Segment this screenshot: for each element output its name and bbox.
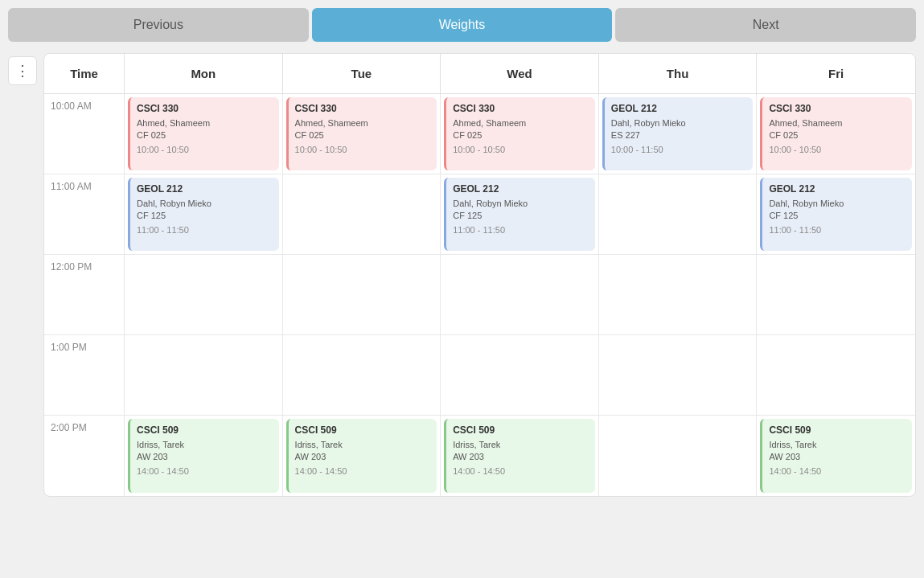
event-card-csci330-tue[interactable]: CSCI 330 Ahmed, Shameem CF 025 10:00 - 1…: [286, 97, 437, 170]
event-room: AW 203: [295, 451, 431, 463]
calendar: Time Mon Tue Wed Thu Fri: [43, 53, 916, 497]
wed-cell-11am[interactable]: GEOL 212 Dahl, Robyn Mieko CF 125 11:00 …: [441, 174, 599, 254]
time-row-2pm: 2:00 PM CSCI 509 Idriss, Tarek AW 203 14…: [44, 416, 915, 496]
event-instructor: Dahl, Robyn Mieko: [611, 117, 747, 129]
event-time: 11:00 - 11:50: [137, 224, 273, 236]
event-room: CF 025: [769, 129, 906, 141]
mon-cell-1pm[interactable]: [125, 335, 283, 415]
time-label-12pm: 12:00 PM: [44, 255, 125, 334]
tue-cell-2pm[interactable]: CSCI 509 Idriss, Tarek AW 203 14:00 - 14…: [283, 416, 441, 496]
time-row-1pm: 1:00 PM: [44, 335, 915, 416]
calendar-header: Time Mon Tue Wed Thu Fri: [44, 54, 915, 94]
event-title: GEOL 212: [453, 182, 589, 196]
event-room: CF 025: [295, 129, 431, 141]
event-time: 11:00 - 11:50: [453, 224, 589, 236]
thu-cell-2pm[interactable]: [599, 416, 758, 496]
mon-cell-2pm[interactable]: CSCI 509 Idriss, Tarek AW 203 14:00 - 14…: [125, 416, 283, 496]
event-title: CSCI 509: [453, 424, 589, 437]
event-title: CSCI 330: [769, 102, 906, 116]
event-room: CF 125: [137, 210, 273, 222]
weights-button[interactable]: Weights: [312, 8, 613, 42]
event-time: 10:00 - 10:50: [769, 144, 906, 156]
event-title: CSCI 509: [295, 424, 431, 437]
wed-cell-12pm[interactable]: [441, 255, 599, 334]
tue-cell-12pm[interactable]: [283, 255, 441, 334]
event-title: GEOL 212: [137, 182, 273, 196]
time-row-11am: 11:00 AM GEOL 212 Dahl, Robyn Mieko CF 1…: [44, 174, 915, 255]
fri-cell-11am[interactable]: GEOL 212 Dahl, Robyn Mieko CF 125 11:00 …: [757, 174, 915, 254]
event-title: CSCI 330: [137, 102, 273, 116]
event-time: 10:00 - 10:50: [295, 144, 431, 156]
thu-cell-11am[interactable]: [599, 174, 758, 254]
event-title: CSCI 330: [453, 102, 589, 116]
event-time: 14:00 - 14:50: [769, 465, 906, 478]
event-title: CSCI 330: [295, 102, 431, 116]
event-card-csci509-wed[interactable]: CSCI 509 Idriss, Tarek AW 203 14:00 - 14…: [444, 419, 595, 493]
thu-cell-10am[interactable]: GEOL 212 Dahl, Robyn Mieko ES 227 10:00 …: [599, 94, 758, 174]
fri-header: Fri: [757, 54, 915, 93]
event-room: CF 025: [453, 129, 589, 141]
event-card-csci509-fri[interactable]: CSCI 509 Idriss, Tarek AW 203 14:00 - 14…: [760, 419, 912, 493]
time-row-12pm: 12:00 PM: [44, 255, 915, 335]
next-button[interactable]: Next: [615, 8, 916, 42]
event-card-csci330-mon[interactable]: CSCI 330 Ahmed, Shameem CF 025 10:00 - 1…: [128, 97, 279, 170]
event-card-geol212-wed[interactable]: GEOL 212 Dahl, Robyn Mieko CF 125 11:00 …: [444, 178, 595, 251]
event-time: 14:00 - 14:50: [295, 465, 431, 478]
event-instructor: Idriss, Tarek: [769, 439, 906, 451]
event-card-geol212-mon[interactable]: GEOL 212 Dahl, Robyn Mieko CF 125 11:00 …: [128, 178, 279, 251]
event-instructor: Dahl, Robyn Mieko: [137, 198, 273, 210]
time-header: Time: [44, 54, 125, 93]
event-card-csci330-wed[interactable]: CSCI 330 Ahmed, Shameem CF 025 10:00 - 1…: [444, 97, 595, 170]
event-room: CF 125: [453, 210, 589, 222]
event-time: 10:00 - 10:50: [453, 144, 589, 156]
event-time: 11:00 - 11:50: [769, 224, 906, 236]
time-label-2pm: 2:00 PM: [44, 416, 125, 496]
time-label-1pm: 1:00 PM: [44, 335, 125, 415]
event-room: AW 203: [453, 451, 589, 463]
mon-cell-11am[interactable]: GEOL 212 Dahl, Robyn Mieko CF 125 11:00 …: [125, 174, 283, 254]
mon-cell-10am[interactable]: CSCI 330 Ahmed, Shameem CF 025 10:00 - 1…: [125, 94, 283, 174]
event-room: CF 125: [769, 210, 906, 222]
event-card-csci330-fri[interactable]: CSCI 330 Ahmed, Shameem CF 025 10:00 - 1…: [760, 97, 912, 170]
event-card-geol212-thu[interactable]: GEOL 212 Dahl, Robyn Mieko ES 227 10:00 …: [602, 97, 754, 170]
fri-cell-12pm[interactable]: [757, 255, 915, 334]
fri-cell-2pm[interactable]: CSCI 509 Idriss, Tarek AW 203 14:00 - 14…: [757, 416, 915, 496]
event-card-csci509-mon[interactable]: CSCI 509 Idriss, Tarek AW 203 14:00 - 14…: [128, 419, 279, 493]
tue-cell-10am[interactable]: CSCI 330 Ahmed, Shameem CF 025 10:00 - 1…: [283, 94, 441, 174]
previous-button[interactable]: Previous: [8, 8, 309, 42]
wed-cell-2pm[interactable]: CSCI 509 Idriss, Tarek AW 203 14:00 - 14…: [441, 416, 599, 496]
wed-cell-10am[interactable]: CSCI 330 Ahmed, Shameem CF 025 10:00 - 1…: [441, 94, 599, 174]
thu-cell-12pm[interactable]: [599, 255, 758, 334]
event-title: CSCI 509: [769, 424, 906, 437]
event-instructor: Idriss, Tarek: [453, 439, 589, 451]
time-label-11am: 11:00 AM: [44, 174, 125, 254]
event-time: 10:00 - 10:50: [137, 144, 273, 156]
event-title: CSCI 509: [137, 424, 273, 437]
event-time: 14:00 - 14:50: [137, 465, 273, 478]
event-time: 14:00 - 14:50: [453, 465, 589, 478]
time-label-10am: 10:00 AM: [44, 94, 125, 174]
event-instructor: Dahl, Robyn Mieko: [769, 198, 906, 210]
event-card-geol212-fri[interactable]: GEOL 212 Dahl, Robyn Mieko CF 125 11:00 …: [760, 178, 912, 251]
event-instructor: Idriss, Tarek: [295, 439, 431, 451]
fri-cell-10am[interactable]: CSCI 330 Ahmed, Shameem CF 025 10:00 - 1…: [757, 94, 915, 174]
event-card-csci509-tue[interactable]: CSCI 509 Idriss, Tarek AW 203 14:00 - 14…: [286, 419, 437, 493]
tue-cell-11am[interactable]: [283, 174, 441, 254]
wed-cell-1pm[interactable]: [441, 335, 599, 415]
event-title: GEOL 212: [611, 102, 747, 116]
ellipsis-icon: ⋮: [15, 62, 30, 80]
event-instructor: Dahl, Robyn Mieko: [453, 198, 589, 210]
options-button[interactable]: ⋮: [8, 56, 37, 85]
mon-cell-12pm[interactable]: [125, 255, 283, 334]
event-room: AW 203: [769, 451, 906, 463]
thu-cell-1pm[interactable]: [599, 335, 758, 415]
event-room: ES 227: [611, 129, 747, 141]
calendar-body: 10:00 AM CSCI 330 Ahmed, Shameem CF 025 …: [44, 94, 915, 496]
fri-cell-1pm[interactable]: [757, 335, 915, 415]
event-room: AW 203: [137, 451, 273, 463]
tue-cell-1pm[interactable]: [283, 335, 441, 415]
tue-header: Tue: [283, 54, 441, 93]
event-instructor: Ahmed, Shameem: [453, 117, 589, 129]
event-instructor: Ahmed, Shameem: [295, 117, 431, 129]
event-instructor: Ahmed, Shameem: [137, 117, 273, 129]
